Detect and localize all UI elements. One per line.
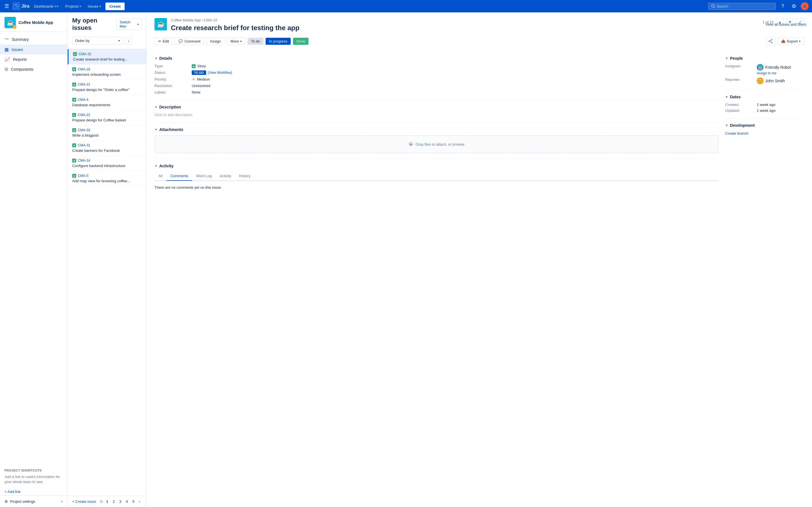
- issue-item-cma-15[interactable]: ▲ CMA-15 Create research brief for testi…: [68, 49, 146, 64]
- page-next[interactable]: ›: [137, 499, 142, 504]
- add-link-button[interactable]: + Add link: [0, 488, 67, 496]
- more-chevron-icon: ▾: [240, 40, 242, 43]
- hamburger-menu[interactable]: ☰: [3, 2, 10, 10]
- description-section-title[interactable]: ▼ Description: [154, 105, 718, 109]
- svg-point-4: [771, 42, 772, 43]
- dashboards-chevron: ▾: [55, 5, 59, 8]
- activity-section-title[interactable]: ▼ Activity: [154, 164, 718, 168]
- breadcrumb[interactable]: Coffee Mobile App / CMA-15: [171, 18, 299, 22]
- pagination: ↻ 1 2 3 4 5 ›: [100, 499, 142, 504]
- detail-main-column: ▼ Details Type: ▲ Story Status: TO DO: [154, 51, 718, 195]
- workflow-link[interactable]: (View Workflow): [208, 71, 232, 75]
- issue-item-cma-5[interactable]: ▲ CMA-5 Add map view for browsing coffee…: [68, 171, 146, 186]
- user-avatar[interactable]: 👤: [801, 2, 809, 10]
- create-branch-link[interactable]: Create branch: [725, 131, 748, 135]
- created-value: 1 week ago: [757, 103, 804, 107]
- search-box[interactable]: [708, 3, 776, 10]
- todo-status-button[interactable]: To do: [248, 38, 263, 45]
- switch-filter-button[interactable]: Switch filter ▾: [116, 18, 142, 30]
- svg-point-1: [712, 5, 714, 7]
- create-issue-button[interactable]: + Create issue: [72, 499, 96, 504]
- no-comments-message: There are no comments yet on this issue.: [154, 185, 718, 189]
- search-input[interactable]: [717, 4, 773, 8]
- project-star: ★: [12, 25, 16, 29]
- issue-item-cma-21[interactable]: ▲ CMA-21 Prepare design for "Order a cof…: [68, 80, 146, 95]
- detail-side-column: ▼ People Assignee: 🤖 Friendly Robot: [725, 51, 804, 195]
- issue-item-cma-22[interactable]: ▲ CMA-22 Prepare design for Coffee baske…: [68, 110, 146, 125]
- page-4[interactable]: 4: [124, 499, 130, 504]
- description-placeholder[interactable]: Click to add description: [154, 113, 718, 117]
- settings-button[interactable]: ⚙: [790, 2, 799, 11]
- issue-key: CMA-14: [78, 159, 90, 163]
- issue-item-cma-33[interactable]: ▲ CMA-33 Write a blogpost: [68, 125, 146, 140]
- activity-tab-work-log[interactable]: Work Log: [192, 172, 215, 181]
- issue-item-cma-14[interactable]: ▲ CMA-14 Configure backend infrastructur…: [68, 156, 146, 171]
- order-row: Order by ▾ ↓: [72, 34, 142, 47]
- details-section-title[interactable]: ▼ Details: [154, 56, 718, 61]
- attachments-section-title[interactable]: ▼ Attachments: [154, 127, 718, 132]
- issue-key: CMA-5: [78, 174, 88, 178]
- sidebar-project-header: ☕ ★ Coffee Mobile App: [0, 12, 67, 32]
- activity-tab-history[interactable]: History: [235, 172, 254, 181]
- sidebar-item-summary[interactable]: 〜 Summary: [0, 34, 67, 45]
- sidebar-item-issues[interactable]: ▦ Issues: [0, 45, 67, 54]
- sort-direction-button[interactable]: ↓: [125, 37, 132, 45]
- refresh-button[interactable]: ↻: [100, 499, 103, 504]
- sidebar-collapse-button[interactable]: «: [61, 499, 63, 504]
- view-all-issues-link[interactable]: View all issues and filters: [765, 22, 806, 26]
- sidebar-project-name: Coffee Mobile App: [18, 20, 53, 25]
- svg-point-5: [769, 41, 770, 42]
- project-settings-button[interactable]: ⚙ Project settings: [4, 499, 35, 504]
- more-button[interactable]: More ▾: [227, 38, 246, 45]
- page-5[interactable]: 5: [131, 499, 136, 504]
- page-1[interactable]: 1: [104, 499, 110, 504]
- dates-section-title[interactable]: ▼ Dates: [725, 95, 804, 99]
- page-2[interactable]: 2: [111, 499, 116, 504]
- detail-title-block: Coffee Mobile App / CMA-15 Create resear…: [171, 18, 299, 32]
- issue-key: CMA-21: [78, 82, 90, 87]
- create-button[interactable]: Create: [105, 3, 124, 10]
- resolution-value: Unresolved: [192, 83, 718, 88]
- sidebar-item-components[interactable]: ⊞ Components: [0, 64, 67, 74]
- attachments-dropzone[interactable]: Drop files to attach, or browse.: [154, 135, 718, 153]
- issue-item-cma-4[interactable]: ▲ CMA-4 Database requirements: [68, 95, 146, 110]
- page-3[interactable]: 3: [117, 499, 123, 504]
- comment-button[interactable]: 💬 Comment: [175, 38, 204, 45]
- issue-item-cma-31[interactable]: ▲ CMA-31 Create banners for Facebook: [68, 140, 146, 156]
- people-section-title[interactable]: ▼ People: [725, 56, 804, 61]
- help-button[interactable]: ?: [778, 2, 787, 11]
- assign-to-me-link[interactable]: Assign to me: [757, 71, 804, 75]
- description-toggle-icon: ▼: [154, 105, 158, 109]
- created-label: Created:: [725, 103, 753, 107]
- edit-button[interactable]: ✏ Edit: [154, 38, 172, 45]
- issues-menu[interactable]: Issues ▾: [86, 3, 103, 10]
- activity-tab-all[interactable]: All: [154, 172, 166, 181]
- issue-title-text: Database requirements: [72, 103, 142, 107]
- projects-chevron: ▾: [80, 5, 81, 8]
- sidebar-shortcuts-section: PROJECT SHORTCUTS Add a link to useful i…: [0, 465, 67, 496]
- done-status-button[interactable]: Done: [293, 38, 308, 45]
- export-button[interactable]: 📤 Export ▾: [777, 38, 804, 45]
- issue-title: Create research brief for testing the ap…: [171, 23, 299, 32]
- issue-item-cma-18[interactable]: ▲ CMA-18 Implement onboarding screen: [68, 64, 146, 80]
- type-value: ▲ Story: [192, 64, 718, 68]
- development-section-title[interactable]: ▼ Development: [725, 123, 804, 128]
- app-body: ☕ ★ Coffee Mobile App 〜 Summary ▦ Issues…: [0, 12, 812, 507]
- dates-details: Created: 1 week ago Updated: 1 week ago: [725, 103, 804, 113]
- activity-tab-activity[interactable]: Activity: [216, 172, 235, 181]
- issues-panel: My open issues Switch filter ▾ View all …: [68, 12, 147, 507]
- svg-line-2: [714, 7, 715, 8]
- people-section: ▼ People Assignee: 🤖 Friendly Robot: [725, 51, 804, 84]
- assignee-label: Assignee:: [725, 64, 753, 68]
- share-icon: [768, 39, 773, 43]
- activity-tab-comments[interactable]: Comments: [166, 172, 192, 181]
- share-button[interactable]: [766, 37, 775, 46]
- sidebar-item-reports[interactable]: 📈 Reports: [0, 54, 67, 64]
- activity-toggle-icon: ▼: [154, 164, 158, 168]
- jira-logo[interactable]: Jira: [12, 2, 29, 10]
- dashboards-menu[interactable]: Dashboards ▾: [32, 3, 61, 10]
- assign-button[interactable]: Assign: [206, 38, 225, 45]
- projects-menu[interactable]: Projects ▾: [63, 3, 83, 10]
- order-by-select[interactable]: Order by ▾: [72, 37, 123, 45]
- inprogress-status-button[interactable]: In progress: [266, 38, 291, 45]
